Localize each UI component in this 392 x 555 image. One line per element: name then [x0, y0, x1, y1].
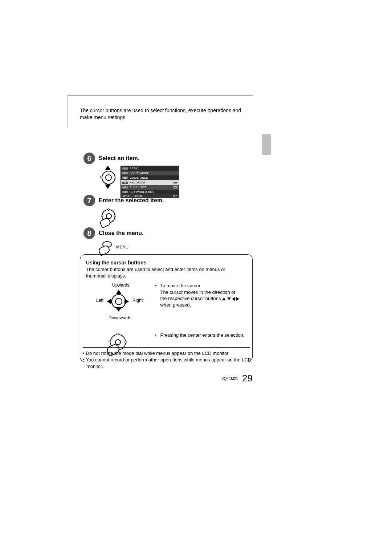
- osd-lp-val: LP: [173, 186, 177, 189]
- footnotes: Do not rotate the mode dial while menus …: [83, 350, 253, 370]
- step-title: Select an item.: [99, 155, 139, 162]
- doc-code: VQT1M21: [221, 377, 238, 381]
- step-number-badge: 7: [83, 195, 95, 206]
- cursor-buttons-box: Using the cursor buttons The cursor butt…: [80, 254, 253, 362]
- step-title: Close the menu.: [99, 230, 144, 236]
- page-number: 29: [242, 373, 253, 384]
- arrow-up-icon: [222, 295, 226, 302]
- dpad-label-up: Upwards: [112, 283, 129, 288]
- intro-paragraph: The cursor buttons are used to select fu…: [80, 107, 250, 121]
- page-footer: VQT1M21 29: [0, 373, 253, 384]
- step-8: 8 Close the menu. MENU: [83, 227, 144, 254]
- arrow-down-icon: [227, 295, 231, 302]
- b1-line2a: the respective cursor buttons: [160, 296, 222, 301]
- note-1: Do not rotate the mode dial while menus …: [83, 350, 253, 357]
- b2-text: Pressing the center enters the selection…: [160, 332, 245, 339]
- osd-row-scene: SCENE MODE: [130, 171, 149, 175]
- step-number-badge: 6: [83, 153, 95, 164]
- dpad-label-down: Downwards: [109, 315, 131, 320]
- arrow-left-icon: [232, 295, 235, 302]
- section-thumb-tab: [262, 134, 271, 155]
- note-2: You cannot record or perform other opera…: [83, 357, 253, 370]
- manual-page: The cursor buttons are used to select fu…: [0, 0, 392, 555]
- osd-row-basic: BASIC: [130, 167, 138, 170]
- b1-line3: when pressed.: [160, 302, 191, 308]
- osd-row-clock: CLOCK SET: [130, 186, 146, 189]
- osd-row-world: SET WORLD TIME: [130, 190, 155, 194]
- b1-line1: The cursor moves in the direction of: [160, 289, 236, 295]
- header-rule-vertical: [68, 94, 68, 127]
- step-title: Enter the selected item.: [99, 197, 164, 204]
- osd-rec-val: SP: [173, 182, 177, 184]
- arrow-right-icon: [236, 295, 239, 302]
- header-rule-horizontal: [68, 95, 253, 96]
- box-bullet-center: Pressing the center enters the selection…: [155, 332, 246, 339]
- step-number-badge: 8: [83, 227, 95, 239]
- box-heading: Using the cursor buttons: [86, 260, 246, 266]
- bullet-icon: [155, 283, 158, 308]
- menu-button-label: MENU: [116, 245, 128, 249]
- press-menu-icon: [99, 240, 113, 254]
- press-center-icon: [99, 208, 117, 225]
- separator-rule: [83, 347, 250, 348]
- dpad-label-right: Right: [132, 298, 143, 303]
- arrow-glyphs: [222, 296, 239, 301]
- bullet-icon: [155, 332, 158, 339]
- osd-row-rec: REC MODE: [130, 181, 145, 184]
- cursor-pad-up-down-icon: [99, 166, 116, 189]
- step-6: 6 Select an item. iBASIC SCNSCENE MODE ▦…: [83, 153, 179, 198]
- b1-head: To move the cursor: [160, 283, 201, 288]
- box-bullet-move: To move the cursor The cursor moves in t…: [155, 283, 246, 308]
- osd-row-guide: GUIDE LINES: [130, 176, 148, 179]
- box-lead: The cursor buttons are used to select an…: [86, 266, 246, 279]
- dpad-diagram: Upwards Left Right Downwards: [86, 283, 151, 323]
- step-7: 7 Enter the selected item.: [83, 195, 164, 225]
- dpad-label-left: Left: [96, 298, 103, 303]
- osd-foot-right: EXIT: [173, 195, 177, 197]
- onscreen-menu-illustration: iBASIC SCNSCENE MODE ▦GUIDE LINES ■REC M…: [121, 166, 179, 198]
